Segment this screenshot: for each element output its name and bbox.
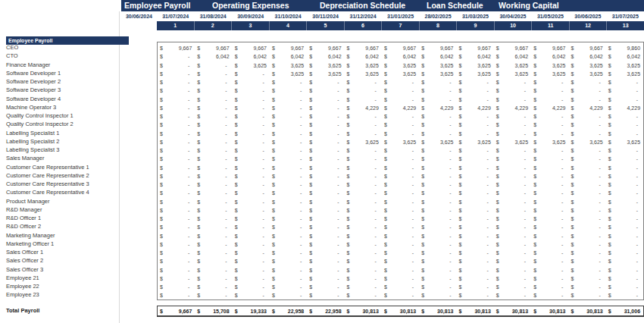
payroll-cell[interactable]: $- [568, 223, 605, 231]
payroll-cell[interactable]: $- [158, 232, 195, 240]
payroll-cell[interactable]: $- [606, 112, 643, 121]
payroll-cell[interactable]: $- [382, 249, 419, 257]
payroll-cell[interactable]: $30,813 [345, 306, 382, 315]
payroll-cell[interactable]: $- [158, 198, 195, 206]
period-number-cell[interactable]: 7 [382, 21, 420, 30]
payroll-cell[interactable]: $- [158, 61, 195, 70]
payroll-cell[interactable]: $- [382, 180, 419, 189]
payroll-cell[interactable]: $3,625 [345, 70, 382, 78]
payroll-cell[interactable]: $- [568, 180, 605, 189]
period-number-cell[interactable]: 3 [232, 21, 270, 30]
payroll-cell[interactable]: $- [531, 155, 568, 163]
payroll-cell[interactable]: $4,229 [345, 104, 382, 112]
payroll-cell[interactable]: $22,958 [307, 306, 344, 315]
payroll-cell[interactable]: $- [345, 266, 382, 274]
period-number-cell[interactable]: 11 [532, 21, 570, 30]
payroll-cell[interactable]: $- [195, 138, 232, 146]
payroll-cell[interactable]: $- [270, 146, 307, 155]
payroll-cell[interactable]: $- [158, 52, 195, 61]
payroll-cell[interactable]: $- [382, 164, 419, 172]
payroll-cell[interactable]: $- [345, 78, 382, 86]
payroll-cell[interactable]: $- [457, 257, 494, 265]
payroll-cell[interactable]: $- [270, 96, 307, 104]
payroll-cell[interactable]: $- [345, 189, 382, 197]
payroll-cell[interactable]: $- [419, 274, 456, 283]
payroll-cell[interactable]: $- [307, 86, 344, 95]
payroll-cell[interactable]: $- [158, 78, 195, 86]
payroll-cell[interactable]: $3,625 [494, 61, 531, 70]
payroll-cell[interactable]: $- [345, 146, 382, 155]
payroll-cell[interactable]: $- [345, 232, 382, 240]
payroll-cell[interactable]: $- [270, 274, 307, 283]
payroll-cell[interactable]: $- [419, 291, 456, 299]
payroll-cell[interactable]: $- [307, 249, 344, 257]
payroll-cell[interactable]: $- [568, 96, 605, 104]
payroll-cell[interactable]: $- [531, 198, 568, 206]
payroll-cell[interactable]: $- [158, 121, 195, 129]
payroll-cell[interactable]: $- [457, 112, 494, 121]
payroll-cell[interactable]: $- [457, 240, 494, 249]
payroll-cell[interactable]: $- [568, 206, 605, 215]
row-label-software-developer-1[interactable]: Software Developer 1 [6, 69, 120, 77]
payroll-cell[interactable]: $- [345, 172, 382, 180]
period-number-cell[interactable]: 10 [495, 21, 533, 30]
payroll-cell[interactable]: $- [457, 96, 494, 104]
payroll-cell[interactable]: $- [233, 130, 270, 138]
payroll-cell[interactable]: $3,625 [382, 61, 419, 70]
payroll-cell[interactable]: $- [195, 155, 232, 163]
payroll-cell[interactable]: $- [419, 215, 456, 223]
payroll-cell[interactable]: $- [457, 206, 494, 215]
payroll-cell[interactable]: $- [606, 130, 643, 138]
payroll-cell[interactable]: $3,625 [568, 138, 605, 146]
payroll-cell[interactable]: $- [531, 78, 568, 86]
payroll-cell[interactable]: $- [531, 283, 568, 291]
payroll-cell[interactable]: $- [307, 180, 344, 189]
payroll-cell[interactable]: $- [568, 266, 605, 274]
row-label-machine-operator-3[interactable]: Machine Operator 3 [6, 103, 120, 111]
payroll-cell[interactable]: $- [568, 215, 605, 223]
payroll-cell[interactable]: $- [158, 138, 195, 146]
payroll-cell[interactable]: $- [382, 96, 419, 104]
payroll-cell[interactable]: $- [382, 121, 419, 129]
payroll-cell[interactable]: $- [233, 232, 270, 240]
payroll-cell[interactable]: $4,229 [606, 104, 643, 112]
payroll-cell[interactable]: $3,625 [568, 70, 605, 78]
tab-working-capital[interactable]: Working Capital [499, 0, 559, 11]
payroll-cell[interactable]: $- [494, 266, 531, 274]
payroll-cell[interactable]: $- [270, 78, 307, 86]
payroll-cell[interactable]: $- [494, 206, 531, 215]
payroll-cell[interactable]: $- [606, 198, 643, 206]
payroll-cell[interactable]: $3,625 [457, 70, 494, 78]
payroll-cell[interactable]: $- [419, 198, 456, 206]
date-cell[interactable]: 30/09/2024 [232, 11, 269, 21]
payroll-cell[interactable]: $- [345, 240, 382, 249]
payroll-cell[interactable]: $- [494, 164, 531, 172]
payroll-cell[interactable]: $- [233, 78, 270, 86]
date-cell[interactable]: 31/12/2024 [344, 11, 381, 21]
payroll-cell[interactable]: $3,625 [307, 70, 344, 78]
payroll-cell[interactable]: $- [457, 274, 494, 283]
payroll-cell[interactable]: $- [382, 78, 419, 86]
payroll-cell[interactable]: $3,625 [494, 70, 531, 78]
payroll-cell[interactable]: $- [307, 283, 344, 291]
payroll-cell[interactable]: $- [457, 198, 494, 206]
payroll-cell[interactable]: $- [233, 274, 270, 283]
tab-employee-payroll[interactable]: Employee Payroll [124, 0, 191, 11]
row-label-customer-care-representative-3[interactable]: Customer Care Representative 3 [6, 180, 120, 188]
payroll-cell[interactable]: $- [270, 249, 307, 257]
payroll-cell[interactable]: $9,667 [195, 44, 232, 52]
payroll-cell[interactable]: $- [345, 274, 382, 283]
payroll-cell[interactable]: $- [494, 274, 531, 283]
payroll-cell[interactable]: $- [457, 172, 494, 180]
payroll-cell[interactable]: $- [494, 257, 531, 265]
payroll-cell[interactable]: $3,625 [531, 61, 568, 70]
payroll-cell[interactable]: $- [457, 78, 494, 86]
payroll-cell[interactable]: $- [233, 249, 270, 257]
payroll-cell[interactable]: $- [568, 78, 605, 86]
payroll-cell[interactable]: $- [158, 70, 195, 78]
row-label-software-developer-3[interactable]: Software Developer 3 [6, 86, 120, 94]
date-cell[interactable]: 30/06/2024 [121, 11, 157, 21]
date-cell[interactable]: 28/02/2025 [419, 11, 456, 21]
payroll-cell[interactable]: $- [382, 283, 419, 291]
payroll-cell[interactable]: $- [382, 146, 419, 155]
